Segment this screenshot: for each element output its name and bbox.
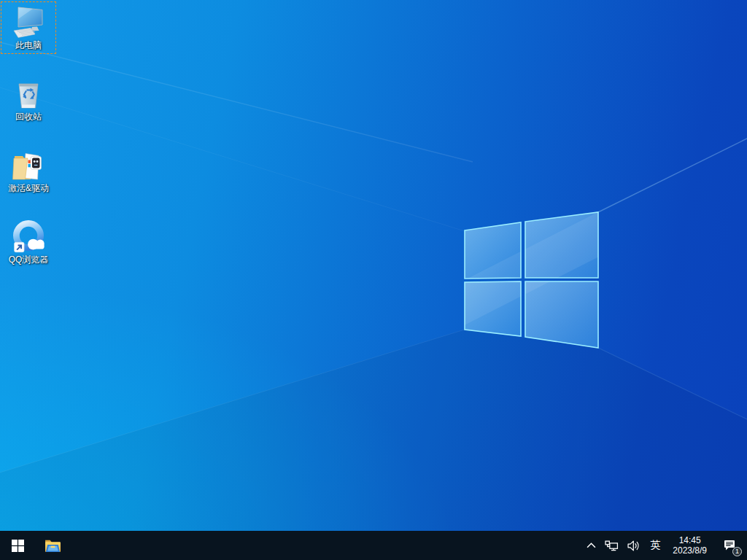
chevron-up-icon [587,542,596,548]
tray-volume[interactable] [623,531,644,560]
desktop-icon-qq-browser[interactable]: QQ浏览器 [1,216,56,268]
ime-label: 英 [650,539,660,552]
clock-time: 14:45 [679,535,701,545]
recycle-bin-icon [11,76,46,111]
desktop-icon-label: QQ浏览器 [9,254,49,265]
clock-date: 2023/8/9 [673,545,707,556]
desktop-icon-activation-drivers[interactable]: 激活&驱动 [1,144,56,197]
file-explorer-button[interactable] [35,531,70,560]
tray-clock[interactable]: 14:45 2023/8/9 [666,531,713,560]
this-pc-icon [11,4,46,39]
desktop[interactable]: 此电脑 [0,0,747,531]
desktop-icon-grid: 此电脑 [1,1,58,287]
desktop-icon-label: 激活&驱动 [8,183,49,193]
qq-browser-icon [11,219,46,254]
open-folder-icon [11,147,46,182]
desktop-icon-this-pc[interactable]: 此电脑 [1,1,56,54]
notification-badge: 1 [732,547,742,556]
taskbar: 英 14:45 2023/8/9 1 [0,531,747,560]
tray-network[interactable] [600,531,623,560]
action-center-button[interactable]: 1 [713,531,747,560]
windows-logo-wallpaper [0,0,747,531]
system-tray: 英 14:45 2023/8/9 1 [582,531,747,560]
tray-show-hidden-icons[interactable] [582,531,600,560]
desktop-icon-label: 此电脑 [15,40,42,50]
file-explorer-icon [44,539,61,553]
tray-ime-indicator[interactable]: 英 [644,531,666,560]
desktop-icon-label: 回收站 [15,112,42,122]
windows-logo [465,212,598,348]
ethernet-network-icon [605,540,619,551]
speaker-icon [627,540,640,551]
desktop-icon-recycle-bin[interactable]: 回收站 [1,73,56,125]
start-button[interactable] [0,531,35,560]
taskbar-empty-area[interactable] [70,531,582,560]
windows-flag-icon [12,540,24,552]
